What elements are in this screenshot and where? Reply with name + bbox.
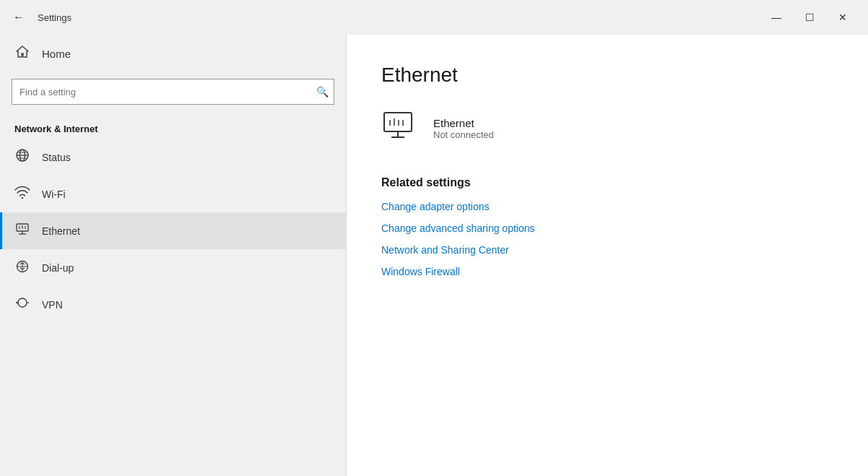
sidebar-item-home[interactable]: Home: [0, 35, 346, 73]
title-bar-controls: — ☐ ✕: [760, 6, 859, 29]
sidebar-item-ethernet[interactable]: Ethernet: [0, 212, 346, 249]
svg-point-5: [22, 197, 23, 199]
status-label: Status: [42, 152, 71, 163]
sidebar: Home 🔍 Network & Internet Status: [0, 35, 347, 476]
title-bar-left: ← Settings: [9, 7, 71, 27]
related-settings-title: Related settings: [381, 176, 833, 189]
network-center-link[interactable]: Network and Sharing Center: [381, 244, 833, 256]
related-settings-section: Related settings Change adapter options …: [381, 176, 833, 277]
change-sharing-link[interactable]: Change advanced sharing options: [381, 222, 833, 234]
wifi-label: Wi-Fi: [42, 189, 66, 200]
sidebar-item-dialup[interactable]: Dial-up: [0, 249, 346, 286]
ethernet-nav-icon: [14, 222, 30, 240]
dialup-label: Dial-up: [42, 262, 74, 274]
title-bar: ← Settings — ☐ ✕: [0, 0, 868, 35]
search-input[interactable]: [12, 79, 334, 105]
globe-icon: [14, 148, 30, 166]
svg-rect-20: [384, 113, 412, 131]
sidebar-item-vpn[interactable]: VPN: [0, 286, 346, 323]
ethernet-connection-name: Ethernet: [433, 117, 494, 129]
content-area: Ethernet Ethernet: [347, 35, 868, 476]
firewall-link[interactable]: Windows Firewall: [381, 266, 833, 277]
minimize-button[interactable]: —: [760, 6, 793, 29]
home-label: Home: [42, 48, 71, 60]
ethernet-info: Ethernet Not connected: [433, 117, 494, 140]
wifi-icon: [14, 185, 30, 203]
main-layout: Home 🔍 Network & Internet Status: [0, 35, 868, 476]
home-icon: [14, 45, 30, 63]
search-wrapper: 🔍: [12, 79, 334, 105]
ethernet-monitor-icon: [381, 110, 419, 147]
sidebar-item-status[interactable]: Status: [0, 139, 346, 176]
sidebar-item-wifi[interactable]: Wi-Fi: [0, 176, 346, 212]
vpn-icon: [14, 295, 30, 313]
sidebar-search: 🔍: [0, 73, 346, 116]
page-title: Ethernet: [381, 64, 833, 87]
close-button[interactable]: ✕: [826, 6, 859, 29]
maximize-button[interactable]: ☐: [793, 6, 826, 29]
back-button[interactable]: ←: [9, 7, 29, 27]
change-adapter-link[interactable]: Change adapter options: [381, 201, 833, 212]
ethernet-status-section: Ethernet Not connected: [381, 110, 833, 147]
dialup-icon: [14, 259, 30, 277]
title-bar-title: Settings: [38, 12, 71, 23]
section-label: Network & Internet: [0, 116, 346, 139]
vpn-label: VPN: [42, 299, 63, 311]
ethernet-label: Ethernet: [42, 225, 80, 237]
ethernet-connection-status: Not connected: [433, 129, 494, 140]
svg-point-15: [18, 298, 27, 307]
